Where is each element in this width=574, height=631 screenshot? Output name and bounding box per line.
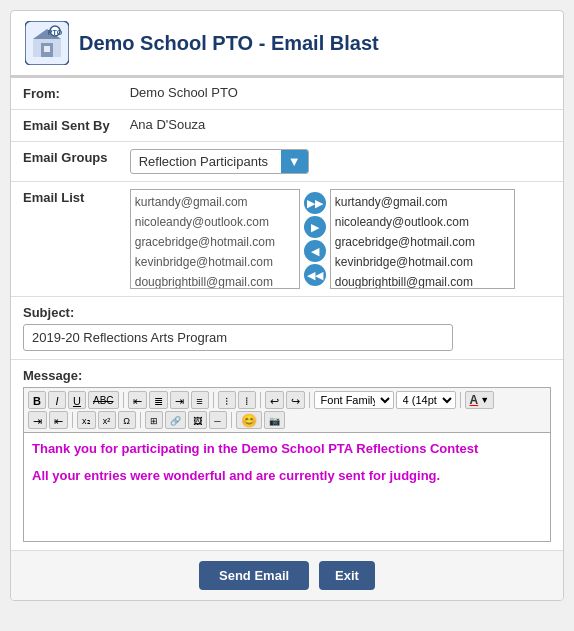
page-title: Demo School PTO - Email Blast — [79, 32, 379, 55]
dropdown-selected-value: Reflection Participants — [131, 150, 281, 173]
move-all-right-button[interactable]: ▶▶ — [304, 192, 326, 214]
email-list-label: Email List — [11, 182, 122, 297]
redo-button[interactable]: ↪ — [286, 391, 305, 409]
send-email-button[interactable]: Send Email — [199, 561, 309, 590]
email-list-right[interactable]: kurtandy@gmail.comnicoleandy@outlook.com… — [330, 189, 515, 289]
email-list-container: kurtandy@gmail.comnicoleandy@outlook.com… — [130, 189, 555, 289]
move-all-left-button[interactable]: ◀◀ — [304, 264, 326, 286]
header: PTO Demo School PTO - Email Blast — [11, 11, 563, 77]
hr-button[interactable]: ─ — [209, 411, 227, 429]
font-family-select[interactable]: Font Family — [314, 391, 394, 409]
subscript-button[interactable]: x₂ — [77, 411, 96, 429]
email-transfer-buttons: ▶▶ ▶ ◀ ◀◀ — [304, 192, 326, 286]
toolbar-row-2: ⇥ ⇤ x₂ x² Ω ⊞ 🔗 🖼 ─ 😊 📷 — [28, 411, 546, 429]
email-list-left[interactable]: kurtandy@gmail.comnicoleandy@outlook.com… — [130, 189, 300, 289]
bullet-list-button[interactable]: ⁝ — [218, 391, 236, 409]
table-button[interactable]: ⊞ — [145, 411, 163, 429]
message-line-2: All your entries were wonderful and are … — [32, 468, 542, 483]
toolbar-divider-6 — [72, 412, 73, 428]
message-section: Message: B I U ABC ⇤ ≣ ⇥ ≡ ⁝ ⁞ ↩ ↪ — [11, 360, 563, 551]
from-label: From: — [11, 78, 122, 110]
message-line-1: Thank you for participating in the Demo … — [32, 441, 542, 456]
toolbar-divider-3 — [260, 392, 261, 408]
email-list-cell: kurtandy@gmail.comnicoleandy@outlook.com… — [122, 182, 563, 297]
image-button[interactable]: 🖼 — [188, 411, 207, 429]
svg-text:PTO: PTO — [48, 29, 63, 36]
from-row: From: Demo School PTO — [11, 78, 563, 110]
image2-button[interactable]: 📷 — [264, 411, 285, 429]
footer: Send Email Exit — [11, 551, 563, 600]
sent-by-row: Email Sent By Ana D'Souza — [11, 110, 563, 142]
align-center-button[interactable]: ≣ — [149, 391, 168, 409]
email-groups-row: Email Groups Reflection Participants ▼ — [11, 142, 563, 182]
toolbar-row-1: B I U ABC ⇤ ≣ ⇥ ≡ ⁝ ⁞ ↩ ↪ Font Family — [28, 391, 546, 409]
message-toolbar: B I U ABC ⇤ ≣ ⇥ ≡ ⁝ ⁞ ↩ ↪ Font Family — [23, 387, 551, 432]
font-color-button[interactable]: A ▼ — [465, 391, 495, 409]
smiley-button[interactable]: 😊 — [236, 411, 262, 429]
toolbar-divider-2 — [213, 392, 214, 408]
subject-section: Subject: — [11, 297, 563, 360]
link-button[interactable]: 🔗 — [165, 411, 186, 429]
from-value: Demo School PTO — [122, 78, 563, 110]
toolbar-divider-7 — [140, 412, 141, 428]
email-list-row: Email List kurtandy@gmail.comnicoleandy@… — [11, 182, 563, 297]
toolbar-divider-4 — [309, 392, 310, 408]
underline-button[interactable]: U — [68, 391, 86, 409]
numbered-list-button[interactable]: ⁞ — [238, 391, 256, 409]
indent-button[interactable]: ⇥ — [28, 411, 47, 429]
email-groups-dropdown[interactable]: Reflection Participants ▼ — [130, 149, 309, 174]
font-color-a-icon: A — [470, 392, 479, 408]
color-dropdown-arrow: ▼ — [480, 392, 489, 408]
justify-button[interactable]: ≡ — [191, 391, 209, 409]
sent-by-label: Email Sent By — [11, 110, 122, 142]
school-icon: PTO — [25, 21, 69, 65]
outdent-button[interactable]: ⇤ — [49, 411, 68, 429]
toolbar-divider-8 — [231, 412, 232, 428]
email-groups-label: Email Groups — [11, 142, 122, 182]
page-wrapper: PTO Demo School PTO - Email Blast From: … — [10, 10, 564, 601]
undo-button[interactable]: ↩ — [265, 391, 284, 409]
message-editor[interactable]: Thank you for participating in the Demo … — [23, 432, 551, 542]
dropdown-chevron-button[interactable]: ▼ — [281, 150, 308, 173]
svg-rect-4 — [44, 46, 50, 52]
move-left-button[interactable]: ◀ — [304, 240, 326, 262]
bold-button[interactable]: B — [28, 391, 46, 409]
toolbar-divider-1 — [123, 392, 124, 408]
message-label: Message: — [23, 368, 551, 383]
font-size-select[interactable]: 4 (14pt) — [396, 391, 456, 409]
toolbar-divider-5 — [460, 392, 461, 408]
align-right-button[interactable]: ⇥ — [170, 391, 189, 409]
subject-input[interactable] — [23, 324, 453, 351]
move-right-button[interactable]: ▶ — [304, 216, 326, 238]
subject-label: Subject: — [23, 305, 551, 320]
strikethrough-button[interactable]: ABC — [88, 391, 119, 409]
special-char-button[interactable]: Ω — [118, 411, 136, 429]
form-table: From: Demo School PTO Email Sent By Ana … — [11, 77, 563, 297]
exit-button[interactable]: Exit — [319, 561, 375, 590]
sent-by-value: Ana D'Souza — [122, 110, 563, 142]
email-groups-cell: Reflection Participants ▼ — [122, 142, 563, 182]
italic-button[interactable]: I — [48, 391, 66, 409]
superscript-button[interactable]: x² — [98, 411, 116, 429]
align-left-button[interactable]: ⇤ — [128, 391, 147, 409]
